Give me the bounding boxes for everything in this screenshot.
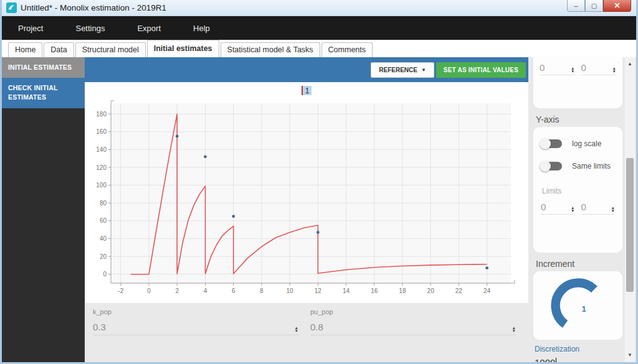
param-field-k-pop: k_pop 0.3 ▲▼ [93,308,298,362]
close-button[interactable]: ✕ [603,0,631,12]
chart-panel: 1 -2024681012141618202224020406080100120… [85,82,528,303]
sidebar-item-initial-estimates[interactable]: INITIAL ESTIMATES [2,57,85,78]
svg-text:0: 0 [147,287,151,294]
increment-dial[interactable]: 1 [548,276,608,335]
svg-text:80: 80 [100,200,107,207]
svg-text:60: 60 [100,217,107,224]
svg-text:100: 100 [96,182,107,189]
x-limit-min-value: 0 [540,62,571,73]
scrollbar-thumb[interactable] [626,158,634,292]
menu-help[interactable]: Help [193,17,225,39]
chart-title-text: 1 [302,86,311,95]
same-limits-toggle[interactable] [541,162,562,170]
y-limit-max-value: 0 [581,202,611,212]
parameter-inputs: k_pop 0.3 ▲▼ pu_pop 0.8 ▲▼ [85,303,528,362]
param-label-k-pop: k_pop [93,308,298,315]
svg-text:0: 0 [103,271,107,278]
panel-scrollbar[interactable]: ▲ ▼ [625,57,635,362]
chart-svg: -202468101214161820222402040608010012014… [90,100,523,302]
tab-statistical-model-tasks[interactable]: Statistical model & Tasks [221,42,320,57]
menu-settings[interactable]: Settings [75,17,120,39]
sidebar-item-check-initial-estimates[interactable]: CHECK INITIAL ESTIMATES [2,78,85,108]
svg-text:8: 8 [260,287,264,294]
svg-text:14: 14 [343,287,350,294]
x-limit-min-stepper[interactable]: ▲▼ [571,67,574,73]
same-limits-label: Same limits [572,162,611,170]
x-limit-max-field[interactable]: 0 ▲▼ [581,62,617,75]
titlebar: Untitled* - Monolix estimation - 2019R1 … [2,0,636,16]
tab-data[interactable]: Data [44,42,74,57]
svg-text:18: 18 [399,287,406,294]
left-sidebar: INITIAL ESTIMATES CHECK INITIAL ESTIMATE… [2,57,85,362]
k-pop-stepper[interactable]: ▲▼ [295,326,298,332]
svg-text:40: 40 [100,235,107,242]
svg-text:180: 180 [96,111,107,118]
svg-text:16: 16 [371,287,378,294]
y-axis-card: log scale Same limits Limits 0 ▲▼ 0 ▲▼ [533,127,622,253]
svg-text:120: 120 [96,164,107,171]
param-input-k-pop[interactable]: 0.3 [93,322,295,332]
set-as-initial-values-button[interactable]: SET AS INITIAL VALUES [436,62,526,78]
increment-section-label: Increment [536,259,622,269]
tab-home[interactable]: Home [8,42,42,57]
y-axis-section-label: Y-axis [536,114,622,124]
menu-project[interactable]: Project [18,17,58,39]
y-limit-max-stepper[interactable]: ▲▼ [611,206,615,212]
discretization-label: Discretization [535,345,622,353]
x-axis-limits-card: 0 ▲▼ 0 ▲▼ [533,57,622,108]
svg-text:2: 2 [175,287,179,294]
y-limit-min-field[interactable]: 0 ▲▼ [541,202,575,215]
y-limit-max-field[interactable]: 0 ▲▼ [581,202,616,215]
x-limit-max-stepper[interactable]: ▲▼ [612,67,616,73]
param-input-pu-pop[interactable]: 0.8 [310,322,512,332]
param-label-pu-pop: pu_pop [310,308,516,315]
window-title: Untitled* - Monolix estimation - 2019R1 [21,3,166,12]
discretization-field[interactable]: 1000 ▲▼ [533,356,622,362]
tab-bar: Home Data Structural model Initial estim… [2,40,636,57]
limits-label: Limits [542,187,615,195]
svg-text:6: 6 [232,287,236,294]
svg-text:10: 10 [287,287,294,294]
x-limit-min-field[interactable]: 0 ▲▼ [540,62,575,75]
svg-text:20: 20 [427,287,435,294]
reference-dropdown-button[interactable]: REFERENCE ▼ [371,62,434,78]
scroll-down-icon[interactable]: ▼ [625,350,635,360]
tab-comments[interactable]: Comments [321,42,373,57]
svg-text:24: 24 [483,287,491,294]
increment-card: 1 [533,271,622,340]
chart-toolbar: REFERENCE ▼ SET AS INITIAL VALUES [85,57,528,82]
content-area: INITIAL ESTIMATES CHECK INITIAL ESTIMATE… [2,57,636,362]
menu-export[interactable]: Export [137,17,176,39]
text-caret [556,358,556,362]
tab-structural-model[interactable]: Structural model [75,42,146,57]
discretization-stepper[interactable]: ▲▼ [617,362,621,362]
pu-pop-stepper[interactable]: ▲▼ [512,326,516,332]
discretization-value: 1000 [535,357,555,362]
svg-text:22: 22 [455,287,463,294]
minimize-button[interactable]: – [567,0,585,12]
main-area: REFERENCE ▼ SET AS INITIAL VALUES 1 -202… [85,57,528,362]
svg-text:140: 140 [96,146,107,153]
window-controls: – ▢ ✕ [567,0,631,12]
maximize-button[interactable]: ▢ [585,0,603,12]
y-limit-min-value: 0 [541,202,571,212]
right-settings-panel: 0 ▲▼ 0 ▲▼ Y-axis log scale Same [528,57,636,362]
y-limit-min-stepper[interactable]: ▲▼ [571,206,574,212]
chevron-down-icon: ▼ [421,67,426,73]
log-scale-toggle[interactable] [541,139,562,148]
increment-value: 1 [581,305,586,314]
log-scale-label: log scale [572,139,601,148]
svg-text:160: 160 [96,128,107,135]
svg-text:-2: -2 [118,287,123,294]
scroll-up-icon[interactable]: ▲ [625,58,635,68]
chart-title[interactable]: 1 [85,86,528,100]
monolix-app-icon [6,2,17,13]
x-limit-max-value: 0 [581,62,612,73]
tab-initial-estimates[interactable]: Initial estimates [147,40,219,57]
app-window: Untitled* - Monolix estimation - 2019R1 … [0,0,638,364]
menu-bar: Project Settings Export Help [2,16,636,40]
svg-text:4: 4 [204,287,207,294]
svg-text:20: 20 [100,253,107,260]
reference-label: REFERENCE [379,67,417,73]
svg-text:12: 12 [315,287,322,294]
